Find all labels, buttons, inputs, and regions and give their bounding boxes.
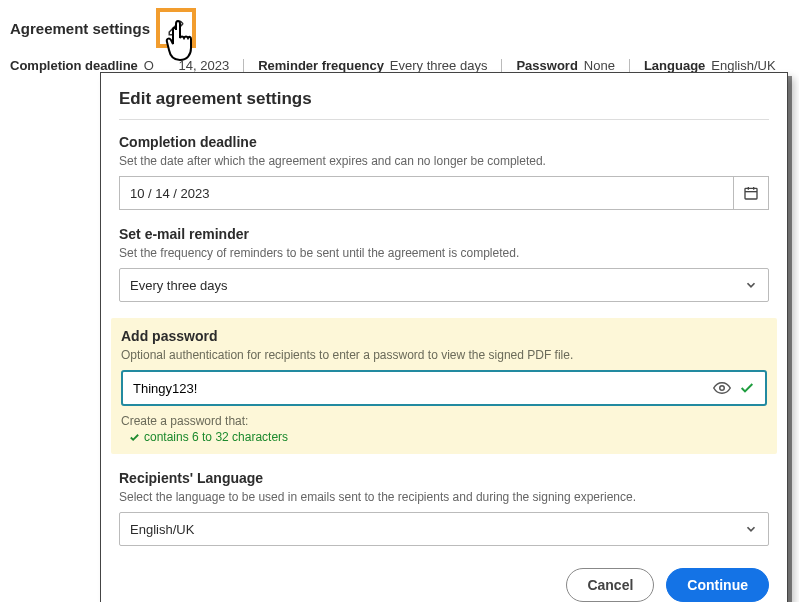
svg-point-10	[720, 386, 725, 391]
check-icon	[129, 432, 140, 443]
password-input[interactable]	[133, 381, 705, 396]
eye-icon	[713, 379, 731, 397]
divider	[119, 119, 769, 120]
dialog-title: Edit agreement settings	[119, 89, 769, 109]
reminder-summary-value: Every three days	[390, 58, 488, 73]
reminder-section-title: Set e-mail reminder	[119, 226, 769, 242]
password-summary-label: Password	[516, 58, 577, 73]
edit-settings-dialog: Edit agreement settings Completion deadl…	[100, 72, 788, 602]
language-summary-value: English/UK	[711, 58, 775, 73]
svg-rect-0	[745, 188, 757, 199]
reminder-summary-label: Reminder frequency	[258, 58, 384, 73]
password-section-title: Add password	[121, 328, 767, 344]
summary-header: Agreement settings Completion deadline O…	[0, 0, 799, 81]
language-section-desc: Select the language to be used in emails…	[119, 490, 769, 504]
divider	[243, 59, 244, 73]
deadline-summary-label: Completion deadline	[10, 58, 138, 73]
chevron-down-icon	[744, 278, 758, 292]
language-summary-label: Language	[644, 58, 705, 73]
deadline-date-input[interactable]: 10 / 14 / 2023	[119, 176, 733, 210]
language-section-title: Recipients' Language	[119, 470, 769, 486]
password-summary-value: None	[584, 58, 615, 73]
password-input-wrapper	[121, 370, 767, 406]
password-section-desc: Optional authentication for recipients t…	[121, 348, 767, 362]
calendar-icon	[743, 185, 759, 201]
divider	[629, 59, 630, 73]
language-select[interactable]: English/UK	[119, 512, 769, 546]
divider	[501, 59, 502, 73]
password-hint-label: Create a password that:	[121, 414, 767, 428]
cancel-button[interactable]: Cancel	[566, 568, 654, 602]
hand-cursor-icon	[158, 20, 198, 65]
reminder-section-desc: Set the frequency of reminders to be sen…	[119, 246, 769, 260]
deadline-section-title: Completion deadline	[119, 134, 769, 150]
toggle-visibility-button[interactable]	[713, 379, 731, 397]
password-hint-valid: contains 6 to 32 characters	[129, 430, 767, 444]
page-title: Agreement settings	[10, 20, 150, 37]
edit-settings-button[interactable]	[156, 8, 196, 48]
calendar-button[interactable]	[733, 176, 769, 210]
continue-button[interactable]: Continue	[666, 568, 769, 602]
check-icon	[739, 380, 755, 396]
chevron-down-icon	[744, 522, 758, 536]
reminder-frequency-select[interactable]: Every three days	[119, 268, 769, 302]
deadline-section-desc: Set the date after which the agreement e…	[119, 154, 769, 168]
